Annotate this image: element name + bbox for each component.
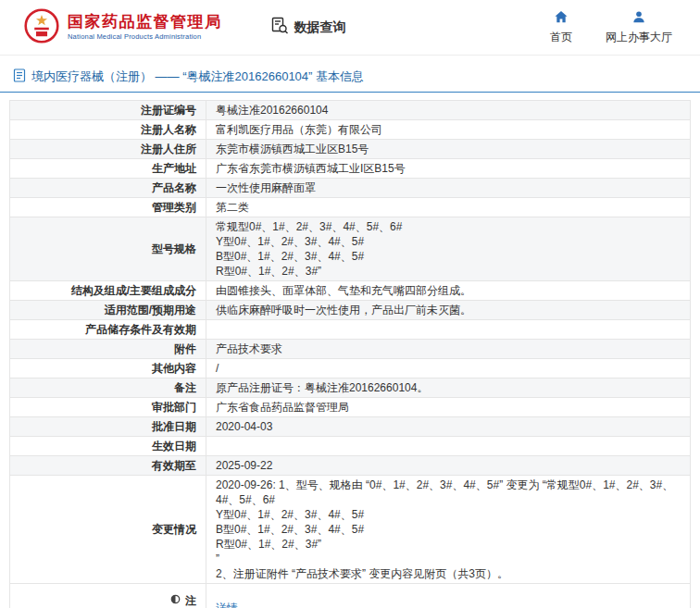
note-value-cell: 详情: [206, 584, 691, 608]
row-label: 批准日期: [10, 417, 206, 437]
row-value: [206, 437, 691, 456]
row-label: 管理类别: [10, 198, 206, 217]
detail-link[interactable]: 详情: [216, 602, 238, 608]
nav-service-hall-label: 网上办事大厅: [606, 30, 672, 45]
table-row: 批准日期 2020-04-03: [10, 417, 691, 437]
document-icon: [13, 68, 26, 85]
table-row: 附件 产品技术要求: [10, 340, 691, 359]
table-row: 生产地址 广东省东莞市横沥镇西城工业I区B15号: [10, 159, 691, 179]
row-value: 广东省东莞市横沥镇西城工业I区B15号: [206, 159, 691, 179]
row-value: 2020-09-26: 1、型号、规格由 “0#、1#、2#、3#、4#、5#”…: [206, 476, 691, 584]
site-header: 国家药品监督管理局 National Medical Products Admi…: [0, 0, 700, 56]
table-row: 其他内容 /: [10, 359, 691, 378]
nav-home[interactable]: 首页: [550, 10, 572, 45]
row-value: 产品技术要求: [206, 340, 691, 359]
row-value: 2020-04-03: [206, 417, 691, 437]
row-value: 由圆锥接头、面罩体部、气垫和充气嘴四部分组成。: [206, 281, 691, 301]
row-value: 广东省食品药品监督管理局: [206, 398, 691, 417]
table-row: 备注 原产品注册证号：粤械注准20162660104。: [10, 378, 691, 398]
table-row: 适用范围/预期用途 供临床麻醉呼吸时一次性使用，产品出厂前未灭菌。: [10, 301, 691, 320]
registration-info-table: 注册证编号 粤械注准20162660104 注册人名称 富利凯医疗用品（东莞）有…: [9, 100, 691, 608]
logo-text: 国家药品监督管理局 National Medical Products Admi…: [68, 14, 222, 42]
row-label: 产品名称: [10, 179, 206, 198]
row-label: 备注: [10, 378, 206, 398]
row-label: 生产地址: [10, 159, 206, 179]
row-label: 有效期至: [10, 456, 206, 476]
row-label: 审批部门: [10, 398, 206, 417]
note-label: 注: [185, 593, 196, 608]
nmpa-emblem-icon: [24, 8, 59, 47]
table-row: 管理类别 第二类: [10, 198, 691, 217]
note-row: 注 详情: [10, 584, 691, 608]
nav-home-label: 首页: [550, 30, 572, 45]
row-label: 注册人住所: [10, 140, 206, 159]
document-magnifier-icon: [270, 17, 289, 38]
row-label: 附件: [10, 340, 206, 359]
row-label: 型号规格: [10, 217, 206, 281]
breadcrumb: 境内医疗器械（注册） —— “粤械注准20162660104” 基本信息: [0, 56, 700, 93]
row-label: 注册证编号: [10, 101, 206, 120]
row-value: /: [206, 359, 691, 378]
table-row: 产品名称 一次性使用麻醉面罩: [10, 179, 691, 198]
table-row: 产品储存条件及有效期: [10, 320, 691, 340]
row-label: 注册人名称: [10, 120, 206, 140]
nav-data-query-label: 数据查询: [294, 19, 346, 36]
table-row: 审批部门 广东省食品药品监督管理局: [10, 398, 691, 417]
table-row: 变更情况 2020-09-26: 1、型号、规格由 “0#、1#、2#、3#、4…: [10, 476, 691, 584]
row-value: 原产品注册证号：粤械注准20162660104。: [206, 378, 691, 398]
row-value: 东莞市横沥镇西城工业区B15号: [206, 140, 691, 159]
row-value: [206, 320, 691, 340]
table-row: 注册人名称 富利凯医疗用品（东莞）有限公司: [10, 120, 691, 140]
note-label-cell: 注: [10, 584, 206, 608]
table-row: 型号规格 常规型0#、1#、2#、3#、4#、5#、6# Y型0#、1#、2#、…: [10, 217, 691, 281]
row-value: 富利凯医疗用品（东莞）有限公司: [206, 120, 691, 140]
row-value: 供临床麻醉呼吸时一次性使用，产品出厂前未灭菌。: [206, 301, 691, 320]
row-value: 第二类: [206, 198, 691, 217]
nmpa-logo[interactable]: 国家药品监督管理局 National Medical Products Admi…: [24, 8, 222, 47]
table-row: 注册人住所 东莞市横沥镇西城工业区B15号: [10, 140, 691, 159]
row-label: 产品储存条件及有效期: [10, 320, 206, 340]
row-label: 变更情况: [10, 476, 206, 584]
person-icon: [631, 10, 646, 27]
row-label: 结构及组成/主要组成成分: [10, 281, 206, 301]
table-row: 有效期至 2025-09-22: [10, 456, 691, 476]
home-icon: [554, 10, 569, 27]
header-nav: 首页 网上办事大厅: [550, 10, 681, 45]
row-value: 2025-09-22: [206, 456, 691, 476]
table-row: 生效日期: [10, 437, 691, 456]
nav-service-hall[interactable]: 网上办事大厅: [606, 10, 672, 45]
row-value: 常规型0#、1#、2#、3#、4#、5#、6# Y型0#、1#、2#、3#、4#…: [206, 217, 691, 281]
row-value: 一次性使用麻醉面罩: [206, 179, 691, 198]
nav-data-query[interactable]: 数据查询: [270, 17, 346, 38]
site-title: 国家药品监督管理局: [68, 14, 222, 31]
row-label: 适用范围/预期用途: [10, 301, 206, 320]
page-title: 境内医疗器械（注册） —— “粤械注准20162660104” 基本信息: [31, 68, 364, 85]
site-subtitle: National Medical Products Administration: [68, 32, 222, 41]
row-label: 生效日期: [10, 437, 206, 456]
half-circle-note-icon: [170, 593, 181, 608]
table-row: 注册证编号 粤械注准20162660104: [10, 101, 691, 120]
row-value: 粤械注准20162660104: [206, 101, 691, 120]
row-label: 其他内容: [10, 359, 206, 378]
table-row: 结构及组成/主要组成成分 由圆锥接头、面罩体部、气垫和充气嘴四部分组成。: [10, 281, 691, 301]
